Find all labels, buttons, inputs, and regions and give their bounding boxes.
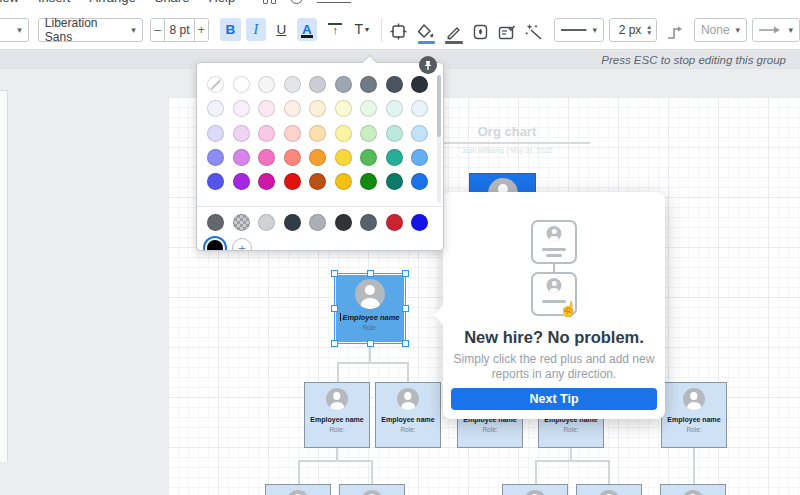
- color-swatch-#dcdcf8[interactable]: [207, 125, 224, 142]
- resize-handle-nw[interactable]: [331, 270, 338, 277]
- color-swatch-#ca2432[interactable]: [386, 214, 403, 231]
- font-size-increase-button[interactable]: +: [195, 19, 208, 41]
- color-swatch-#c9cdd4[interactable]: [309, 76, 326, 93]
- color-swatch-#e8f8e6[interactable]: [360, 100, 377, 117]
- color-swatch-#c8eec2[interactable]: [360, 125, 377, 142]
- color-swatch-#d984ea[interactable]: [233, 149, 250, 166]
- selected-color-swatch[interactable]: [205, 238, 225, 251]
- resize-handle-ne[interactable]: [402, 270, 409, 277]
- color-swatch-#fac8e4[interactable]: [258, 125, 275, 142]
- resize-handle-sw[interactable]: [331, 340, 338, 347]
- vertical-align-button[interactable]: ↑: [326, 18, 344, 41]
- menu-item-help[interactable]: Help: [203, 0, 240, 7]
- font-size-decrease-button[interactable]: –: [151, 19, 164, 41]
- color-swatch-#ced2d5[interactable]: [258, 214, 275, 231]
- pin-panel-button[interactable]: [419, 56, 437, 74]
- font-size-value[interactable]: 8 pt: [164, 19, 194, 41]
- color-swatch-#aab0b6[interactable]: [309, 214, 326, 231]
- line-arrow-dropdown[interactable]: ▾: [752, 18, 800, 42]
- node-name-text[interactable]: Employee name: [662, 416, 726, 423]
- org-chart-title-block[interactable]: Org chart Josh Williams | May 31, 2022: [424, 124, 590, 154]
- org-node[interactable]: Employee name Role:: [375, 382, 441, 448]
- color-swatch-checker[interactable]: [233, 214, 250, 231]
- color-swatch-#faeefa[interactable]: [233, 100, 250, 117]
- color-swatch-#58626c[interactable]: [360, 214, 377, 231]
- resize-handle-w[interactable]: [331, 305, 338, 312]
- node-name-text[interactable]: Employee name: [305, 416, 369, 423]
- org-node[interactable]: [265, 484, 331, 495]
- resize-handle-se[interactable]: [402, 340, 409, 347]
- fill-color-button[interactable]: [416, 18, 437, 41]
- color-swatch-#c2e2f9[interactable]: [411, 125, 428, 142]
- next-tip-button[interactable]: Next Tip: [451, 388, 657, 410]
- style-dropdown[interactable]: ▾: [0, 18, 29, 42]
- menu-item-arrange[interactable]: Arrange: [84, 0, 140, 7]
- menubar-link[interactable]: [317, 0, 351, 3]
- resize-handle-e[interactable]: [402, 305, 409, 312]
- color-swatch-#56bb58[interactable]: [360, 149, 377, 166]
- color-swatch-#1a73e8[interactable]: [411, 173, 428, 190]
- text-color-button[interactable]: A: [297, 18, 318, 41]
- node-name-text[interactable]: Employee name: [376, 416, 440, 423]
- color-swatch-#4b5560[interactable]: [386, 76, 403, 93]
- color-swatch-#fa8880[interactable]: [284, 149, 301, 166]
- node-role-text[interactable]: Role:: [305, 426, 369, 433]
- color-swatch-#5555ee[interactable]: [207, 173, 224, 190]
- color-swatch-#323c46[interactable]: [284, 214, 301, 231]
- color-swatch-#e0f5f0[interactable]: [386, 100, 403, 117]
- line-color-button[interactable]: [443, 18, 464, 41]
- color-swatch-#bce9de[interactable]: [386, 125, 403, 142]
- bold-button[interactable]: B: [220, 18, 241, 41]
- underline-button[interactable]: U: [271, 18, 292, 41]
- color-swatch-#e8f3fc[interactable]: [411, 100, 428, 117]
- text-options-button[interactable]: T▾: [350, 18, 373, 41]
- selection-target-button[interactable]: [388, 18, 409, 41]
- line-width-value[interactable]: 2 px: [614, 23, 646, 37]
- color-swatch-#f8d838[interactable]: [335, 149, 352, 166]
- line-routing-button[interactable]: [663, 18, 684, 41]
- color-swatch-none[interactable]: [207, 76, 224, 93]
- color-swatch-#fbdfae[interactable]: [309, 125, 326, 142]
- color-swatch-#f4c014[interactable]: [335, 173, 352, 190]
- color-swatch-#e21212[interactable]: [284, 173, 301, 190]
- color-swatch-#bc4f12[interactable]: [309, 173, 326, 190]
- org-chart-subtitle[interactable]: Josh Williams | May 31, 2022: [424, 147, 590, 154]
- org-node[interactable]: [660, 484, 726, 495]
- line-style-dropdown[interactable]: ▾: [554, 18, 604, 42]
- org-chart-title[interactable]: Org chart: [424, 124, 590, 144]
- menu-item-insert[interactable]: Insert: [33, 0, 76, 7]
- shadow-button[interactable]: [471, 18, 491, 41]
- org-node[interactable]: [502, 484, 568, 495]
- color-swatch-#ffffff[interactable]: [233, 76, 250, 93]
- history-icon[interactable]: [290, 0, 303, 4]
- color-swatch-#303438[interactable]: [335, 214, 352, 231]
- node-role-text[interactable]: Role:: [336, 324, 404, 331]
- menu-item-share[interactable]: Share: [150, 0, 195, 7]
- color-swatch-#108a10[interactable]: [360, 173, 377, 190]
- org-node-selected[interactable]: Employee name Role:: [336, 275, 404, 342]
- panel-scrollbar[interactable]: [437, 75, 441, 203]
- color-swatch-#707a85[interactable]: [360, 76, 377, 93]
- node-role-text[interactable]: Role:: [376, 426, 440, 433]
- color-swatch-#fdf0d8[interactable]: [309, 100, 326, 117]
- color-swatch-#64aef2[interactable]: [411, 149, 428, 166]
- stepper-down-icon[interactable]: ▼: [646, 30, 652, 36]
- color-swatch-#f272c2[interactable]: [258, 149, 275, 166]
- color-swatch-#fbf8d4[interactable]: [335, 100, 352, 117]
- color-swatch-#0c7a66[interactable]: [386, 173, 403, 190]
- resize-handle-n[interactable]: [367, 270, 374, 277]
- italic-button[interactable]: I: [246, 18, 267, 41]
- color-swatch-#f2f2fc[interactable]: [207, 100, 224, 117]
- color-swatch-#ce18a6[interactable]: [258, 173, 275, 190]
- color-swatch-#faf3a2[interactable]: [335, 125, 352, 142]
- stamp-button[interactable]: [496, 18, 517, 41]
- node-name-text[interactable]: Employee name: [336, 313, 404, 322]
- apps-grid-icon[interactable]: [263, 0, 276, 4]
- node-role-text[interactable]: Role:: [458, 426, 522, 433]
- magic-wand-button[interactable]: [524, 18, 545, 41]
- color-swatch-#64686c[interactable]: [207, 214, 224, 231]
- color-swatch-#fce8f2[interactable]: [258, 100, 275, 117]
- color-swatch-#f5f5f6[interactable]: [258, 76, 275, 93]
- node-role-text[interactable]: Role:: [662, 426, 726, 433]
- color-swatch-#9ea7b0[interactable]: [335, 76, 352, 93]
